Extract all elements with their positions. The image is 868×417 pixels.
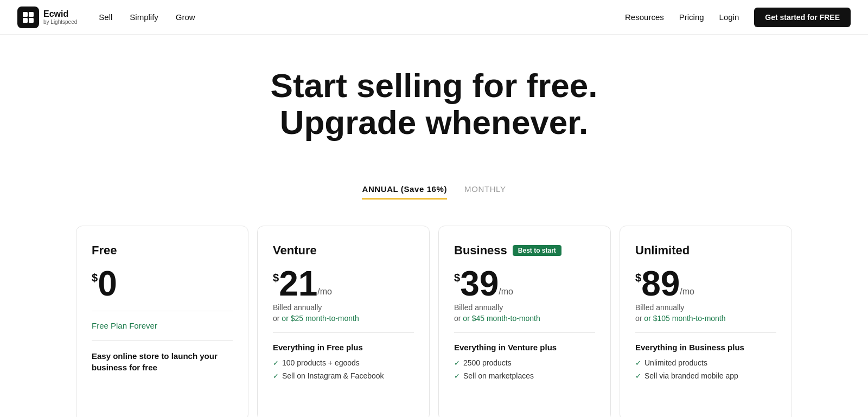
free-tagline: Free Plan Forever	[92, 321, 233, 330]
plan-price-venture: $ 21 /mo	[273, 266, 414, 301]
price-mo-venture: /mo	[317, 287, 332, 297]
check-icon-b2: ✓	[454, 372, 460, 380]
hero-headline: Start selling for free. Upgrade whenever…	[11, 67, 857, 141]
price-amount-free: 0	[98, 266, 117, 301]
plan-unlimited: Unlimited $ 89 /mo Billed annually or or…	[620, 226, 792, 417]
get-started-button[interactable]: Get started for FREE	[754, 8, 851, 27]
plan-price-unlimited: $ 89 /mo	[635, 266, 776, 301]
plan-subtitle-business: Everything in Venture plus	[454, 343, 595, 352]
best-badge: Best to start	[513, 245, 561, 256]
price-amount-business: 39	[460, 266, 499, 301]
check-icon-v2: ✓	[273, 372, 279, 380]
check-icon-b1: ✓	[454, 359, 460, 367]
plan-price-free: $ 0	[92, 266, 233, 301]
svg-rect-1	[29, 12, 34, 17]
price-amount-unlimited: 89	[641, 266, 680, 301]
plan-free: Free $ 0 Free Plan Forever Easy online s…	[76, 226, 248, 417]
plan-name-free: Free	[92, 243, 233, 258]
pricing-grid: Free $ 0 Free Plan Forever Easy online s…	[54, 226, 814, 417]
logo-text: Ecwid by Lightspeed	[43, 9, 77, 25]
plan-subtitle-venture: Everything in Free plus	[273, 343, 414, 352]
price-dollar-business: $	[454, 272, 460, 284]
feature-business-2: ✓ Sell on marketplaces	[454, 371, 595, 380]
billed-annually-business: Billed annually	[454, 303, 595, 312]
nav-simplify[interactable]: Simplify	[130, 12, 158, 22]
svg-rect-0	[23, 12, 28, 17]
check-icon-u2: ✓	[635, 372, 641, 380]
billed-monthly-unlimited: or or $105 month-to-month	[635, 314, 776, 323]
price-mo-business: /mo	[499, 287, 513, 297]
nav-sell[interactable]: Sell	[99, 12, 112, 22]
nav-right: Resources Pricing Login Get started for …	[625, 8, 851, 27]
logo-icon	[17, 7, 39, 28]
plan-venture: Venture $ 21 /mo Billed annually or or $…	[257, 226, 430, 417]
feature-business-1: ✓ 2500 products	[454, 358, 595, 367]
price-dollar-unlimited: $	[635, 272, 641, 284]
price-dollar-venture: $	[273, 272, 279, 284]
divider-free	[92, 311, 233, 311]
nav-login[interactable]: Login	[719, 12, 739, 22]
monthly-tab[interactable]: MONTHLY	[464, 184, 506, 200]
free-desc: Easy online store to launch your busines…	[92, 350, 233, 373]
svg-rect-3	[29, 18, 34, 23]
logo[interactable]: Ecwid by Lightspeed	[17, 7, 77, 28]
billed-monthly-business: or or $45 month-to-month	[454, 314, 595, 323]
price-dollar-free: $	[92, 272, 98, 284]
navbar: Ecwid by Lightspeed Sell Simplify Grow R…	[0, 0, 868, 35]
feature-unlimited-1: ✓ Unlimited products	[635, 358, 776, 367]
nav-grow[interactable]: Grow	[176, 12, 195, 22]
feature-venture-1: ✓ 100 products + egoods	[273, 358, 414, 367]
check-icon-v1: ✓	[273, 359, 279, 367]
plan-name-business: Business Best to start	[454, 243, 595, 258]
billed-monthly-venture: or or $25 month-to-month	[273, 314, 414, 323]
feature-unlimited-2: ✓ Sell via branded mobile app	[635, 371, 776, 380]
nav-links: Sell Simplify Grow	[99, 12, 195, 22]
divider-business	[454, 332, 595, 333]
svg-rect-2	[23, 18, 28, 23]
divider-free2	[92, 340, 233, 341]
monthly-link-venture[interactable]: or $25 month-to-month	[282, 314, 359, 323]
billed-annually-unlimited: Billed annually	[635, 303, 776, 312]
monthly-link-unlimited[interactable]: or $105 month-to-month	[644, 314, 725, 323]
plan-business: Business Best to start $ 39 /mo Billed a…	[438, 226, 611, 417]
billing-toggle: ANNUAL (Save 16%) MONTHLY	[0, 184, 868, 200]
hero-section: Start selling for free. Upgrade whenever…	[0, 35, 868, 163]
price-amount-venture: 21	[279, 266, 317, 301]
plan-name-venture: Venture	[273, 243, 414, 258]
monthly-link-business[interactable]: or $45 month-to-month	[463, 314, 540, 323]
check-icon-u1: ✓	[635, 359, 641, 367]
nav-pricing[interactable]: Pricing	[679, 12, 704, 22]
annual-tab[interactable]: ANNUAL (Save 16%)	[362, 184, 447, 200]
nav-resources[interactable]: Resources	[625, 12, 664, 22]
divider-venture	[273, 332, 414, 333]
billed-annually-venture: Billed annually	[273, 303, 414, 312]
feature-venture-2: ✓ Sell on Instagram & Facebook	[273, 371, 414, 380]
divider-unlimited	[635, 332, 776, 333]
plan-name-unlimited: Unlimited	[635, 243, 776, 258]
price-mo-unlimited: /mo	[680, 287, 694, 297]
plan-price-business: $ 39 /mo	[454, 266, 595, 301]
plan-subtitle-unlimited: Everything in Business plus	[635, 343, 776, 352]
